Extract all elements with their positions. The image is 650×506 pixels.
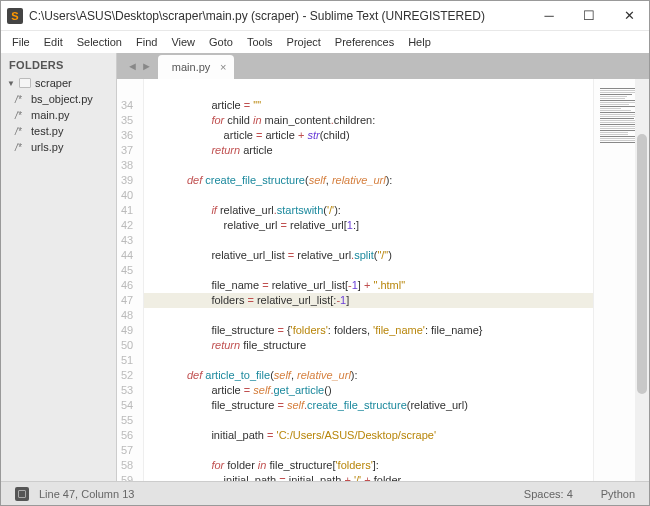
folder-root[interactable]: ▼ scraper	[1, 75, 116, 91]
menu-selection[interactable]: Selection	[70, 34, 129, 50]
menu-bar: FileEditSelectionFindViewGotoToolsProjec…	[1, 31, 649, 53]
sidebar: FOLDERS ▼ scraper /*bs_object.py/*main.p…	[1, 53, 117, 481]
sidebar-header: FOLDERS	[1, 53, 116, 75]
close-icon[interactable]: ×	[220, 61, 226, 73]
app-icon: S	[7, 8, 23, 24]
menu-goto[interactable]: Goto	[202, 34, 240, 50]
code-content[interactable]: article = "" for child in main_content.c…	[144, 79, 593, 481]
tab-nav-arrows[interactable]: ◄ ►	[121, 53, 158, 79]
menu-tools[interactable]: Tools	[240, 34, 280, 50]
tab-label: main.py	[172, 61, 211, 73]
status-bar: Line 47, Column 13 Spaces: 4 Python	[1, 481, 649, 505]
window-title: C:\Users\ASUS\Desktop\scraper\main.py (s…	[29, 9, 529, 23]
file-item[interactable]: /*test.py	[1, 123, 116, 139]
vertical-scrollbar[interactable]	[635, 79, 649, 481]
tab-active[interactable]: main.py ×	[158, 55, 235, 79]
code-editor[interactable]: 3435363738394041424344454647484950515253…	[117, 79, 649, 481]
close-button[interactable]: ✕	[609, 1, 649, 31]
scrollbar-thumb[interactable]	[637, 134, 647, 394]
file-item[interactable]: /*bs_object.py	[1, 91, 116, 107]
file-item[interactable]: /*main.py	[1, 107, 116, 123]
file-label: main.py	[31, 109, 70, 121]
chevron-down-icon: ▼	[7, 79, 15, 88]
line-gutter: 3435363738394041424344454647484950515253…	[117, 79, 144, 481]
folder-label: scraper	[35, 77, 72, 89]
tab-bar: ◄ ► main.py ×	[117, 53, 649, 79]
status-icon[interactable]	[15, 487, 29, 501]
menu-edit[interactable]: Edit	[37, 34, 70, 50]
menu-file[interactable]: File	[5, 34, 37, 50]
menu-find[interactable]: Find	[129, 34, 164, 50]
status-position: Line 47, Column 13	[39, 488, 134, 500]
file-icon: /*	[15, 110, 27, 121]
folder-icon	[19, 78, 31, 88]
file-icon: /*	[15, 126, 27, 137]
file-label: test.py	[31, 125, 63, 137]
menu-view[interactable]: View	[164, 34, 202, 50]
minimize-button[interactable]: ─	[529, 1, 569, 31]
menu-help[interactable]: Help	[401, 34, 438, 50]
maximize-button[interactable]: ☐	[569, 1, 609, 31]
title-bar: S C:\Users\ASUS\Desktop\scraper\main.py …	[1, 1, 649, 31]
file-item[interactable]: /*urls.py	[1, 139, 116, 155]
file-label: urls.py	[31, 141, 63, 153]
file-icon: /*	[15, 94, 27, 105]
status-spaces[interactable]: Spaces: 4	[524, 488, 573, 500]
status-language[interactable]: Python	[601, 488, 635, 500]
file-icon: /*	[15, 142, 27, 153]
menu-preferences[interactable]: Preferences	[328, 34, 401, 50]
file-label: bs_object.py	[31, 93, 93, 105]
menu-project[interactable]: Project	[280, 34, 328, 50]
